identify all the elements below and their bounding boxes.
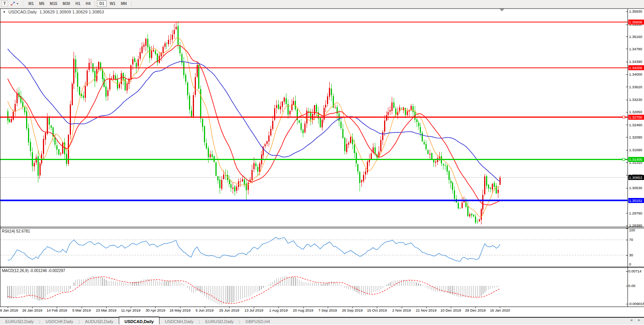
price-tick-label: 1.34390	[629, 59, 642, 64]
date-label: 6 Jun 2019	[196, 308, 214, 312]
date-label: 7 Sep 2019	[319, 308, 337, 312]
price-tick	[626, 49, 628, 49]
hline-price-badge: 1.30152	[628, 198, 644, 203]
price-tick	[626, 12, 628, 12]
date-label: 16 Jan 2020	[490, 308, 510, 312]
date-label: 20 Aug 2019	[293, 308, 313, 312]
date-label: 14 Feb 2019	[47, 308, 67, 312]
hline-price-badge: 1.34206	[628, 65, 644, 70]
hline-price-badge: 1.35606	[628, 20, 644, 25]
macd-tick-label: 0.00714	[628, 269, 641, 274]
tab-scroll-left-icon[interactable]: ◄	[629, 318, 633, 322]
price-tick	[626, 213, 628, 213]
collapse-ohlc-arrow[interactable]: ▼	[3, 10, 6, 14]
tab-scroll-buttons: ◄ ►	[629, 318, 641, 322]
price-tick-label: 1.31690	[629, 148, 642, 152]
date-label: 2 Nov 2019	[392, 308, 411, 312]
price-tick-label: 1.35160	[629, 35, 642, 39]
date-label: 30 Apr 2019	[146, 308, 165, 312]
current-price-badge: 1.30853	[628, 175, 644, 180]
rsi-tick-label: 30	[629, 253, 633, 257]
date-label: 13 Jul 2019	[245, 308, 263, 312]
chart-tab-bar: EURUSD,Daily|USDCHF,Daily|AUDUSD,DailyUS…	[0, 317, 644, 325]
price-tick-label: 1.29380	[629, 223, 642, 228]
date-label: 26 Sep 2019	[342, 308, 363, 312]
price-tick-label: 1.34000	[629, 72, 642, 77]
date-label: 18 May 2019	[169, 308, 191, 312]
rsi-tick-label: 70	[629, 238, 633, 242]
rsi-tick	[626, 267, 628, 267]
price-tick-label: 1.29760	[629, 211, 642, 216]
price-tick-label: 1.33620	[629, 85, 642, 89]
symbol-title: USDCAD,Daily	[8, 10, 37, 14]
price-tick	[626, 137, 628, 137]
macd-tick-label: 0.00	[628, 284, 636, 288]
tab-scroll-right-icon[interactable]: ►	[637, 318, 641, 322]
price-tick	[626, 25, 628, 25]
chart-canvas[interactable]	[0, 0, 644, 325]
date-label: 25 Jun 2019	[219, 308, 239, 312]
date-label: 8 Jan 2019	[0, 308, 18, 312]
price-tick	[626, 87, 628, 87]
date-label: 28 Dec 2019	[465, 308, 486, 312]
hline-price-badge: 1.32700	[628, 115, 644, 120]
rsi-tick	[626, 255, 628, 256]
price-tick-label: 1.30530	[629, 186, 642, 190]
rsi-label: RSI(14) 52.6781	[2, 229, 30, 233]
date-label: 21 Nov 2019	[416, 308, 437, 312]
price-tick	[626, 226, 628, 226]
price-tick-label: 1.33230	[629, 97, 642, 102]
price-tick	[626, 100, 628, 100]
price-tick	[626, 150, 628, 150]
price-tick	[626, 162, 628, 163]
price-tick-label: 1.34780	[629, 47, 642, 51]
date-label: 10 Dec 2019	[440, 308, 461, 312]
price-tick	[626, 175, 628, 175]
mt4-window: T ▼ M1M5M15M30H1H4D1W1MN ▼ USDCAD,Daily …	[0, 0, 644, 325]
date-label: 1 Aug 2019	[269, 308, 288, 312]
macd-label: MACD(12,26,9) -0.001246 -0.002297	[2, 269, 65, 273]
price-tick	[626, 36, 628, 37]
date-label: 11 Apr 2019	[121, 308, 141, 312]
rsi-tick-label: 100	[629, 228, 635, 233]
hline-price-badge: 1.31405	[628, 157, 644, 162]
macd-tick	[626, 286, 628, 286]
price-tick	[626, 125, 628, 125]
price-tick-label: 1.35930	[629, 9, 642, 14]
price-tick-label: 1.32850	[629, 110, 642, 114]
date-label: 5 Mar 2019	[72, 308, 91, 312]
ohlc-values: 1.30629 1.30909 1.30629 1.30853	[39, 10, 104, 14]
macd-tick	[626, 271, 628, 272]
macd-tick	[626, 304, 628, 304]
price-tick	[626, 62, 628, 62]
macd-tick-label: -0.009015	[628, 302, 644, 306]
date-label: 23 Mar 2019	[96, 308, 116, 312]
chart-tab-usdcad-daily[interactable]: USDCAD,Daily	[119, 317, 159, 325]
date-label: 26 Jan 2019	[22, 308, 42, 312]
price-tick	[626, 112, 628, 112]
date-label: 15 Oct 2019	[367, 308, 387, 312]
price-tick-label: 1.32460	[629, 123, 642, 127]
rsi-tick-label: 0	[629, 262, 631, 267]
rsi-tick	[626, 240, 628, 240]
chart-shift-marker	[499, 9, 504, 12]
price-tick-label: 1.32080	[629, 135, 642, 140]
price-tick	[626, 74, 628, 75]
price-tick	[626, 188, 628, 188]
rsi-tick	[626, 228, 628, 229]
chart-header: ▼ USDCAD,Daily 1.30629 1.30909 1.30629 1…	[3, 10, 104, 14]
